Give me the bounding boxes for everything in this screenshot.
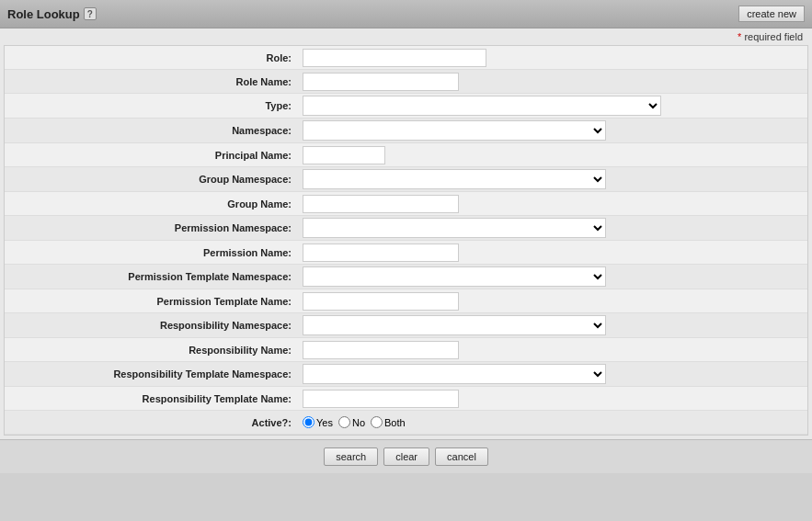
form-container: Role: Role Name: Type: Namespace:: [4, 45, 808, 436]
cancel-button[interactable]: cancel: [435, 447, 488, 466]
input-area-respnamespace: [299, 313, 807, 337]
clear-button[interactable]: clear: [383, 447, 429, 466]
permname-input[interactable]: [303, 244, 459, 262]
respnamespace-select[interactable]: [303, 315, 606, 335]
form-row-permname: Permission Name:: [5, 241, 807, 265]
input-area-permnamespace: [299, 216, 807, 240]
radio-yes[interactable]: [303, 416, 315, 428]
label-role: Role:: [5, 52, 299, 63]
resptemplname-input[interactable]: [303, 390, 459, 408]
input-area-principalname: [299, 144, 807, 166]
label-permnamespace: Permission Namespace:: [5, 222, 299, 233]
label-respnamespace: Responsibility Namespace:: [5, 320, 299, 331]
radio-both[interactable]: [371, 416, 383, 428]
form-row-permtemplnamespace: Permission Template Namespace:: [5, 265, 807, 289]
form-row-permtemplname: Permission Template Name:: [5, 289, 807, 313]
groupnamespace-select[interactable]: [303, 169, 606, 189]
radio-yes-label[interactable]: Yes: [303, 416, 333, 428]
permtemplname-input[interactable]: [303, 292, 459, 311]
radio-no-text: No: [352, 417, 365, 428]
form-row-resptemplname: Responsibility Template Name:: [5, 387, 807, 411]
label-resptemplname: Responsibility Template Name:: [5, 393, 299, 404]
rolename-input[interactable]: [303, 73, 459, 91]
label-permname: Permission Name:: [5, 247, 299, 258]
label-principalname: Principal Name:: [5, 150, 299, 161]
required-text: required field: [744, 31, 803, 42]
label-respname: Responsibility Name:: [5, 345, 299, 356]
role-input[interactable]: [303, 49, 486, 67]
search-button[interactable]: search: [324, 447, 378, 466]
form-row-active: Active?: Yes No Both: [5, 411, 807, 435]
form-row-respname: Responsibility Name:: [5, 338, 807, 362]
input-area-permtemplname: [299, 290, 807, 312]
groupname-input[interactable]: [303, 195, 459, 213]
form-row-respnamespace: Responsibility Namespace:: [5, 313, 807, 338]
form-row-role: Role:: [5, 46, 807, 70]
button-row: search clear cancel: [0, 439, 812, 473]
label-rolename: Role Name:: [5, 76, 299, 87]
label-permtemplnamespace: Permission Template Namespace:: [5, 271, 299, 282]
input-area-active: Yes No Both: [299, 414, 807, 430]
input-area-role: [299, 47, 807, 69]
required-note: * required field: [0, 28, 812, 45]
create-new-button[interactable]: create new: [738, 6, 805, 22]
input-area-rolename: [299, 71, 807, 93]
permtemplnamespace-select[interactable]: [303, 266, 606, 287]
title-left: Role Lookup ?: [7, 7, 97, 21]
input-area-resptemplnamespace: [299, 362, 807, 386]
title-bar: Role Lookup ? create new: [0, 0, 812, 28]
permnamespace-select[interactable]: [303, 218, 606, 238]
input-area-permtemplnamespace: [299, 265, 807, 289]
label-groupname: Group Name:: [5, 198, 299, 210]
required-asterisk: *: [738, 31, 741, 42]
page-title: Role Lookup: [7, 7, 80, 21]
radio-both-label[interactable]: Both: [371, 416, 406, 428]
type-select[interactable]: [303, 96, 661, 116]
label-permtemplname: Permission Template Name:: [5, 296, 299, 307]
respname-input[interactable]: [303, 341, 459, 359]
label-groupnamespace: Group Namespace:: [5, 174, 299, 185]
form-row-rolename: Role Name:: [5, 70, 807, 94]
input-area-resptemplname: [299, 388, 807, 410]
active-radio-group: Yes No Both: [303, 416, 804, 428]
label-namespace: Namespace:: [5, 125, 299, 136]
page-wrapper: Role Lookup ? create new * required fiel…: [0, 0, 812, 473]
resptemplnamespace-select[interactable]: [303, 364, 606, 384]
form-row-groupnamespace: Group Namespace:: [5, 167, 807, 192]
principalname-input[interactable]: [303, 146, 385, 164]
radio-no-label[interactable]: No: [338, 416, 365, 428]
radio-both-text: Both: [384, 417, 406, 428]
input-area-permname: [299, 242, 807, 264]
label-active: Active?:: [5, 417, 299, 428]
form-row-groupname: Group Name:: [5, 192, 807, 216]
input-area-type: [299, 94, 807, 118]
form-row-namespace: Namespace:: [5, 119, 807, 143]
input-area-namespace: [299, 119, 807, 142]
input-area-groupnamespace: [299, 167, 807, 191]
radio-yes-text: Yes: [316, 417, 333, 428]
form-row-type: Type:: [5, 94, 807, 119]
form-row-permnamespace: Permission Namespace:: [5, 216, 807, 241]
radio-no[interactable]: [338, 416, 350, 428]
label-type: Type:: [5, 100, 299, 111]
form-row-resptemplnamespace: Responsibility Template Namespace:: [5, 362, 807, 387]
namespace-select[interactable]: [303, 120, 606, 141]
form-row-principalname: Principal Name:: [5, 143, 807, 167]
label-resptemplnamespace: Responsibility Template Namespace:: [5, 368, 299, 379]
input-area-respname: [299, 339, 807, 361]
input-area-groupname: [299, 193, 807, 215]
help-icon[interactable]: ?: [84, 7, 97, 20]
